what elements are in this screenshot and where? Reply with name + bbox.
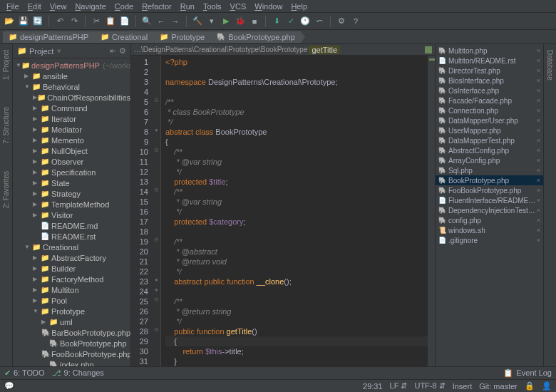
menu-navigate[interactable]: Navigate xyxy=(71,1,109,11)
open-file-row[interactable]: 🐘DataMapperTest.php× xyxy=(436,135,543,145)
undo-icon[interactable]: ↶ xyxy=(55,16,65,26)
open-file-row[interactable]: 🐘config.php× xyxy=(436,215,543,225)
breadcrumb-item[interactable]: 📁Prototype xyxy=(154,31,210,43)
open-file-row[interactable]: 📄FluentInterface/README.rst× xyxy=(436,195,543,205)
gear-icon[interactable]: ⚙ xyxy=(119,46,126,56)
collapse-icon[interactable]: ⇤ xyxy=(110,46,116,56)
tree-node[interactable]: ▶📁Mediator xyxy=(13,124,130,135)
vcs-history-icon[interactable]: 🕐 xyxy=(300,16,310,26)
tree-node[interactable]: 📄README.rst xyxy=(13,231,130,242)
close-icon[interactable]: × xyxy=(537,87,540,94)
tree-node[interactable]: 🐘FooBookPrototype.php xyxy=(13,349,130,359)
close-icon[interactable]: × xyxy=(537,157,540,164)
open-icon[interactable]: 📂 xyxy=(4,16,14,26)
tree-node[interactable]: ▶📁Multiton xyxy=(13,284,130,295)
run-config-icon[interactable]: ▾ xyxy=(207,16,217,26)
tree-node[interactable]: ▶📁Visitor xyxy=(13,210,130,220)
close-icon[interactable]: × xyxy=(537,237,540,244)
tree-root[interactable]: ▼📁designPatternsPHP(~/workspace xyxy=(13,60,130,71)
tree-node[interactable]: ▶📁Observer xyxy=(13,156,130,167)
cursor-position[interactable]: 29:31 xyxy=(363,382,383,391)
stop-icon[interactable]: ■ xyxy=(249,16,259,26)
tool-tab[interactable]: Database xyxy=(545,47,555,83)
open-file-row[interactable]: 🐘DataMapper/User.php× xyxy=(436,115,543,125)
open-file-row[interactable]: 🐘Connection.php× xyxy=(436,105,543,115)
open-file-row[interactable]: 🐘Sql.php× xyxy=(436,165,543,175)
project-tree[interactable]: ▼📁designPatternsPHP(~/workspace▶📁ansible… xyxy=(13,58,130,366)
tree-node[interactable]: ▶📁uml xyxy=(13,316,130,327)
save-icon[interactable]: 💾 xyxy=(19,16,29,26)
menu-window[interactable]: Window xyxy=(251,1,286,11)
line-ending[interactable]: LF ⇵ xyxy=(390,381,408,391)
open-file-row[interactable]: 🐘Multiton.php× xyxy=(436,46,543,56)
tree-node[interactable]: 📄README.md xyxy=(13,220,130,231)
breadcrumb-item[interactable]: 📁designPatternsPHP xyxy=(3,31,94,43)
paste-icon[interactable]: 📄 xyxy=(120,16,130,26)
open-file-row[interactable]: 🐘UserMapper.php× xyxy=(436,125,543,135)
close-icon[interactable]: × xyxy=(537,67,540,74)
menu-code[interactable]: Code xyxy=(111,1,137,11)
tree-node[interactable]: ▶📁Builder xyxy=(13,263,130,274)
close-icon[interactable]: × xyxy=(537,207,540,214)
menu-run[interactable]: Run xyxy=(177,1,198,11)
close-icon[interactable]: × xyxy=(537,167,540,174)
open-file-row[interactable]: 📄.gitignore× xyxy=(436,235,543,245)
tree-node[interactable]: 🐘BarBookPrototype.php xyxy=(13,327,130,338)
menu-vcs[interactable]: VCS xyxy=(227,1,250,11)
vcs-commit-icon[interactable]: ✓ xyxy=(286,16,296,26)
git-branch[interactable]: Git: master xyxy=(479,382,518,391)
lock-icon[interactable]: 🔒 xyxy=(525,381,535,391)
redo-icon[interactable]: ↷ xyxy=(69,16,79,26)
vcs-update-icon[interactable]: ⬇ xyxy=(272,16,282,26)
project-panel-header[interactable]: 📁Project▾ ⇤ ⚙ xyxy=(13,44,130,58)
close-icon[interactable]: × xyxy=(537,47,540,54)
tree-node[interactable]: ▶📁ChainOfResponsibilities xyxy=(13,92,130,103)
open-file-row[interactable]: 🐘ArrayConfig.php× xyxy=(436,155,543,165)
overview-ruler[interactable] xyxy=(428,56,435,366)
tree-node[interactable]: ▼📁Behavioral xyxy=(13,81,130,92)
close-icon[interactable]: × xyxy=(537,57,540,64)
code-area[interactable]: 1234567891011121314151617181920212223242… xyxy=(131,56,435,366)
open-file-row[interactable]: 🐘AbstractConfig.php× xyxy=(436,145,543,155)
menu-edit[interactable]: Edit xyxy=(24,1,45,11)
encoding[interactable]: UTF-8 ⇵ xyxy=(414,381,445,391)
tree-node[interactable]: ▶📁FactoryMethod xyxy=(13,274,130,284)
open-file-row[interactable]: 🐘BiosInterface.php× xyxy=(436,76,543,86)
todo-tab[interactable]: ✔6: TODO xyxy=(4,368,45,378)
find-icon[interactable]: 🔍 xyxy=(142,16,152,26)
close-icon[interactable]: × xyxy=(537,107,540,114)
menu-tools[interactable]: Tools xyxy=(200,1,225,11)
menu-view[interactable]: View xyxy=(46,1,71,11)
back-icon[interactable]: ← xyxy=(156,16,166,26)
tree-node[interactable]: ▶📁AbstractFactory xyxy=(13,252,130,263)
insert-mode[interactable]: Insert xyxy=(453,382,473,391)
debug-icon[interactable]: 🐞 xyxy=(235,16,245,26)
tree-node[interactable]: ▶📁Command xyxy=(13,103,130,113)
tree-node[interactable]: ▼📁Prototype xyxy=(13,306,130,316)
settings-icon[interactable]: ⚙ xyxy=(336,16,346,26)
run-icon[interactable]: ▶ xyxy=(221,16,231,26)
close-icon[interactable]: × xyxy=(537,127,540,134)
breadcrumb-item[interactable]: 📁Creational xyxy=(95,31,153,43)
menu-refactor[interactable]: Refactor xyxy=(138,1,175,11)
close-icon[interactable]: × xyxy=(537,117,540,124)
fold-gutter[interactable]: ⊖●⊖⊖⊖●●⊖⊖⊖⊖ xyxy=(153,56,161,366)
open-file-row[interactable]: 🐘OsInterface.php× xyxy=(436,86,543,96)
breadcrumb-item[interactable]: 🐘BookPrototype.php xyxy=(211,31,301,43)
help-icon[interactable]: ? xyxy=(351,16,361,26)
sync-icon[interactable]: 🔄 xyxy=(33,16,43,26)
tree-node[interactable]: ▶📁TemplateMethod xyxy=(13,199,130,210)
close-icon[interactable]: × xyxy=(537,217,540,224)
menu-file[interactable]: File xyxy=(3,1,23,11)
tree-node[interactable]: 🐘index.php xyxy=(13,359,130,366)
tree-node[interactable]: ▶📁NullObject xyxy=(13,145,130,156)
inspection-indicator[interactable] xyxy=(425,46,432,53)
tree-node[interactable]: ▶📁Pool xyxy=(13,295,130,306)
tool-tab[interactable]: 7: Structure xyxy=(1,104,11,147)
close-icon[interactable]: × xyxy=(537,177,540,184)
changes-tab[interactable]: ⎇9: Changes xyxy=(52,368,104,378)
close-icon[interactable]: × xyxy=(537,187,540,194)
menu-help[interactable]: Help xyxy=(287,1,311,11)
tree-node[interactable]: ▶📁Iterator xyxy=(13,113,130,124)
tree-node[interactable]: ▶📁Memento xyxy=(13,135,130,145)
